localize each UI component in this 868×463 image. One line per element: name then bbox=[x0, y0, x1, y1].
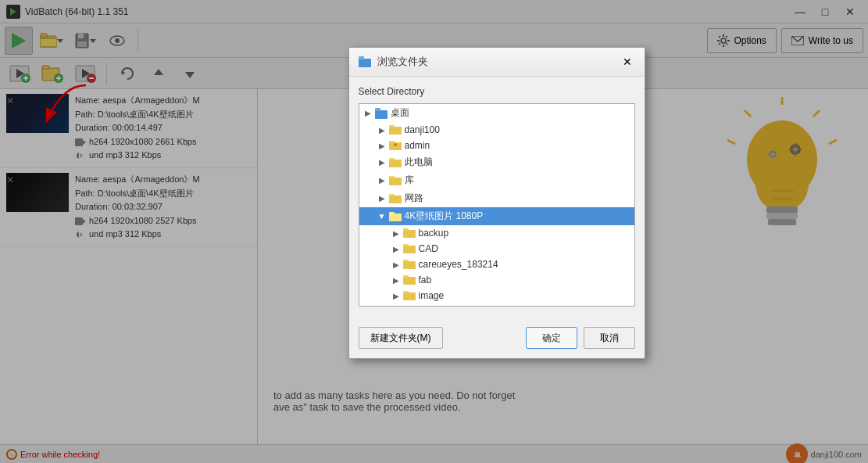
modal-footer: 新建文件夹(M) 确定 取消 bbox=[349, 324, 645, 358]
tree-label-5: 网路 bbox=[405, 192, 423, 205]
svg-rect-77 bbox=[389, 160, 402, 167]
folder-icon-6 bbox=[389, 212, 402, 221]
tree-label-11: image bbox=[419, 290, 445, 301]
tree-item-6[interactable]: ▼ 4K壁纸图片 1080P bbox=[359, 207, 634, 225]
folder-icon-7 bbox=[403, 228, 416, 238]
tree-item-3[interactable]: ▶ 此电脑 bbox=[359, 153, 634, 171]
tree-label-6: 4K壁纸图片 1080P bbox=[405, 210, 484, 223]
folder-icon-0 bbox=[375, 108, 388, 119]
svg-rect-78 bbox=[389, 158, 395, 160]
tree-label-12: MFiles bbox=[419, 306, 446, 307]
svg-rect-86 bbox=[403, 228, 409, 231]
new-folder-button[interactable]: 新建文件夹(M) bbox=[359, 327, 443, 349]
tree-label-0: 桌面 bbox=[391, 106, 409, 120]
svg-rect-81 bbox=[389, 196, 402, 203]
svg-rect-75 bbox=[389, 141, 395, 143]
file-tree[interactable]: ▶ 桌面 ▶ danji100 bbox=[359, 103, 635, 307]
svg-rect-85 bbox=[403, 230, 416, 238]
tree-label-7: backup bbox=[419, 228, 449, 239]
svg-rect-89 bbox=[403, 261, 416, 269]
folder-icon-1 bbox=[389, 125, 402, 135]
svg-rect-94 bbox=[403, 291, 409, 293]
chevron-11: ▶ bbox=[392, 292, 400, 300]
svg-rect-88 bbox=[403, 244, 409, 246]
tree-label-3: 此电脑 bbox=[405, 156, 433, 169]
modal-body: Select Directory ▶ 桌面 ▶ bbox=[349, 77, 645, 324]
chevron-5: ▶ bbox=[378, 194, 386, 203]
folder-icon-11 bbox=[403, 291, 416, 300]
svg-point-76 bbox=[394, 143, 397, 146]
tree-item-10[interactable]: ▶ fab bbox=[359, 272, 634, 288]
tree-item-12[interactable]: MFiles bbox=[359, 303, 634, 307]
chevron-2: ▶ bbox=[378, 142, 386, 150]
modal-header: 浏览文件夹 ✕ bbox=[349, 48, 645, 77]
tree-item-11[interactable]: ▶ image bbox=[359, 288, 634, 303]
select-directory-label: Select Directory bbox=[359, 86, 635, 97]
svg-rect-79 bbox=[389, 178, 402, 185]
chevron-7: ▶ bbox=[392, 229, 400, 238]
svg-rect-93 bbox=[403, 293, 416, 300]
modal-overlay: 浏览文件夹 ✕ Select Directory ▶ 桌面 bbox=[0, 0, 868, 463]
chevron-6: ▼ bbox=[378, 212, 386, 221]
tree-label-2: admin bbox=[405, 140, 430, 151]
tree-item-4[interactable]: ▶ 库 bbox=[359, 171, 634, 189]
svg-rect-82 bbox=[389, 194, 395, 196]
modal-close-button[interactable]: ✕ bbox=[620, 54, 635, 70]
svg-rect-68 bbox=[359, 59, 371, 67]
confirm-button[interactable]: 确定 bbox=[526, 327, 577, 349]
svg-rect-72 bbox=[389, 127, 402, 135]
tree-item-1[interactable]: ▶ danji100 bbox=[359, 122, 634, 138]
folder-icon-2 bbox=[389, 141, 402, 150]
chevron-1: ▶ bbox=[378, 126, 386, 135]
modal-title-text: 浏览文件夹 bbox=[377, 55, 428, 69]
svg-rect-83 bbox=[389, 214, 402, 221]
chevron-4: ▶ bbox=[378, 176, 386, 185]
tree-label-9: careueyes_183214 bbox=[419, 259, 498, 270]
tree-label-10: fab bbox=[419, 275, 432, 285]
folder-icon-3 bbox=[389, 158, 402, 167]
tree-item-2[interactable]: ▶ admin bbox=[359, 138, 634, 153]
svg-rect-69 bbox=[359, 56, 364, 59]
folder-icon-5 bbox=[389, 194, 402, 203]
tree-label-1: danji100 bbox=[405, 124, 440, 135]
tree-item-7[interactable]: ▶ backup bbox=[359, 225, 634, 241]
folder-icon-9 bbox=[403, 260, 416, 269]
chevron-3: ▶ bbox=[378, 158, 386, 167]
modal-folder-icon bbox=[359, 56, 371, 67]
tree-label-8: CAD bbox=[419, 243, 438, 254]
svg-rect-70 bbox=[375, 110, 388, 119]
chevron-10: ▶ bbox=[392, 276, 400, 285]
svg-rect-80 bbox=[389, 176, 395, 178]
cancel-button[interactable]: 取消 bbox=[584, 327, 635, 349]
tree-label-4: 库 bbox=[405, 174, 414, 187]
folder-icon-4 bbox=[389, 176, 402, 185]
browse-folder-modal: 浏览文件夹 ✕ Select Directory ▶ 桌面 bbox=[348, 47, 645, 359]
chevron-9: ▶ bbox=[392, 260, 400, 269]
modal-footer-buttons: 确定 取消 bbox=[526, 327, 635, 349]
svg-rect-71 bbox=[375, 108, 380, 111]
svg-rect-92 bbox=[403, 275, 409, 278]
svg-rect-84 bbox=[389, 212, 395, 214]
svg-rect-91 bbox=[403, 277, 416, 285]
tree-item-8[interactable]: ▶ CAD bbox=[359, 241, 634, 257]
chevron-0: ▶ bbox=[364, 109, 372, 117]
folder-icon-8 bbox=[403, 244, 416, 253]
folder-icon-10 bbox=[403, 275, 416, 285]
chevron-8: ▶ bbox=[392, 245, 400, 253]
modal-title-area: 浏览文件夹 bbox=[359, 55, 428, 69]
svg-rect-87 bbox=[403, 246, 416, 253]
svg-rect-90 bbox=[403, 260, 409, 262]
tree-item-5[interactable]: ▶ 网路 bbox=[359, 189, 634, 207]
tree-item-0[interactable]: ▶ 桌面 bbox=[359, 104, 634, 122]
tree-item-9[interactable]: ▶ careueyes_183214 bbox=[359, 257, 634, 272]
svg-rect-73 bbox=[389, 125, 395, 127]
